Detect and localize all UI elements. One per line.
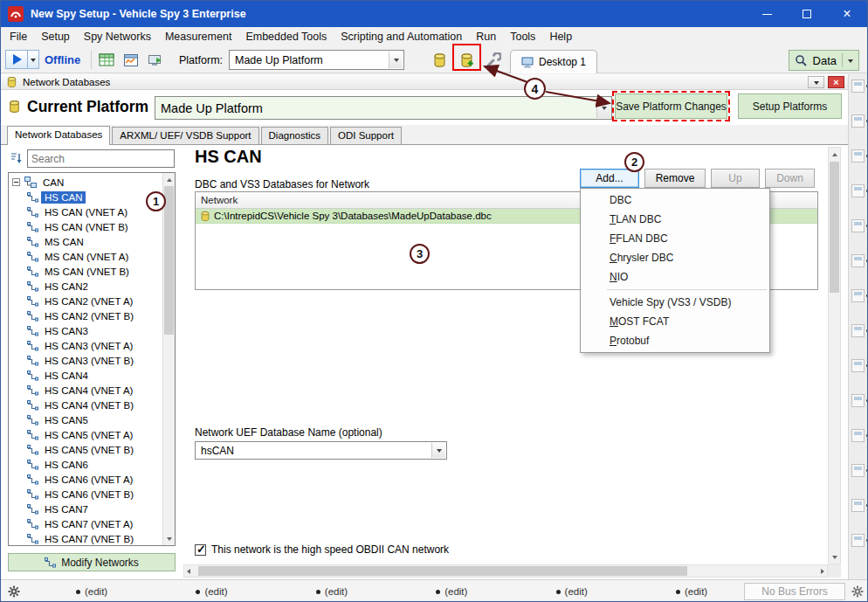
scroll-down-button[interactable] <box>829 551 840 564</box>
gear-icon[interactable] <box>851 585 864 601</box>
tree-item[interactable]: HS CAN (VNET B) <box>9 219 175 234</box>
tree-item[interactable]: HS CAN3 <box>9 323 175 338</box>
current-platform-combobox[interactable]: Made Up Platform <box>155 96 612 120</box>
tree-item[interactable]: HS CAN3 (VNET A) <box>9 338 175 353</box>
up-button[interactable]: Up <box>711 169 760 188</box>
checkbox-box[interactable] <box>195 544 206 556</box>
combobox-arrow-icon[interactable] <box>389 52 403 68</box>
add-menu-item-chrysler-dbc[interactable]: Chrysler DBC <box>581 248 769 267</box>
combobox-arrow-icon[interactable] <box>431 443 445 458</box>
tree-item[interactable]: HS CAN2 (VNET B) <box>9 308 175 323</box>
status-edit-slot[interactable]: (edit) <box>196 586 227 597</box>
down-button[interactable]: Down <box>765 169 815 188</box>
add-menu-item-tlan-dbc[interactable]: TLAN DBC <box>581 210 769 229</box>
modify-networks-button[interactable]: Modify Networks <box>8 553 176 571</box>
tree-item[interactable]: HS CAN2 (VNET A) <box>9 294 175 308</box>
add-menu-item-dbc[interactable]: DBC <box>581 190 769 210</box>
tree-scrollbar[interactable] <box>162 173 175 545</box>
tree-item[interactable]: HS CAN4 (VNET A) <box>9 383 175 398</box>
remove-button[interactable]: Remove <box>644 169 706 188</box>
tree-item[interactable]: HS CAN4 <box>9 368 175 383</box>
menu-item-help[interactable]: Help <box>542 28 579 45</box>
status-edit-slot[interactable]: (edit) <box>76 586 107 597</box>
add-menu-item-most-fcat[interactable]: MOST FCAT <box>581 312 769 331</box>
tab-odi-support[interactable]: ODI Support <box>330 127 402 144</box>
tree-item[interactable]: HS CAN6 <box>9 457 175 472</box>
setup-wrench-icon-button[interactable] <box>484 51 502 69</box>
panel-close-button[interactable]: × <box>828 76 844 88</box>
tree-item[interactable]: HS CAN6 (VNET B) <box>9 487 175 502</box>
tree-expander[interactable] <box>12 178 20 186</box>
scroll-right-button[interactable] <box>819 565 827 578</box>
tree-item[interactable]: HS CAN5 (VNET B) <box>9 442 175 457</box>
save-platform-changes-button[interactable]: Save Platform Changes <box>615 93 727 119</box>
tree-item[interactable]: HS CAN2 <box>9 279 175 294</box>
status-edit-slot[interactable]: (edit) <box>316 586 348 597</box>
maximize-button[interactable] <box>787 1 827 27</box>
tree-item[interactable]: HS CAN7 (VNET A) <box>9 516 175 531</box>
dock-panel-button[interactable] <box>851 359 865 372</box>
status-edit-slot[interactable]: (edit) <box>556 586 588 597</box>
dock-panel-button[interactable] <box>851 464 865 477</box>
scroll-down-button[interactable] <box>163 533 175 545</box>
menu-item-run[interactable]: Run <box>469 28 503 45</box>
horizontal-scrollbar[interactable] <box>183 564 828 578</box>
add-menu-item-vehicle-spy-vs3-vsdb[interactable]: Vehicle Spy (VS3 / VSDB) <box>581 293 769 312</box>
dock-panel-button[interactable] <box>851 289 865 302</box>
tab-network-databases[interactable]: Network Databases <box>7 126 110 145</box>
add-menu-item-fflan-dbc[interactable]: FFLAN DBC <box>581 229 769 248</box>
setup-platforms-button[interactable]: Setup Platforms <box>738 93 842 119</box>
messages-grid-icon-button[interactable] <box>97 51 115 69</box>
status-edit-slot[interactable]: (edit) <box>676 586 707 597</box>
sort-icon[interactable] <box>10 151 23 169</box>
scrollbar-thumb[interactable] <box>830 162 839 293</box>
database-icon-button[interactable] <box>431 51 449 69</box>
run-mode-dropdown[interactable] <box>28 50 39 69</box>
tree-item[interactable]: HS CAN7 <box>9 502 175 516</box>
dock-panel-button[interactable] <box>851 80 865 93</box>
search-input[interactable] <box>27 149 175 168</box>
vertical-scrollbar[interactable] <box>828 147 841 564</box>
menu-item-spy-networks[interactable]: Spy Networks <box>77 28 158 45</box>
uef-combobox[interactable]: hsCAN <box>195 441 447 460</box>
data-button[interactable]: Data <box>789 50 859 71</box>
combobox-arrow-icon[interactable] <box>596 98 610 118</box>
menu-item-file[interactable]: File <box>3 28 34 45</box>
menu-item-measurement[interactable]: Measurement <box>158 28 238 45</box>
status-edit-slot[interactable]: (edit) <box>436 586 467 597</box>
platform-combobox[interactable]: Made Up Platform <box>229 50 404 70</box>
dock-panel-button[interactable] <box>851 499 865 512</box>
panel-collapse-button[interactable] <box>808 76 824 88</box>
scrollbar-thumb[interactable] <box>198 566 687 576</box>
screens-icon-button[interactable] <box>146 51 164 69</box>
scrollbar-thumb[interactable] <box>164 186 174 335</box>
tree-item[interactable]: HS CAN6 (VNET A) <box>9 472 175 487</box>
offline-status[interactable]: Offline <box>45 53 80 66</box>
dock-panel-button[interactable] <box>851 394 865 407</box>
tab-arxml-uef-vsdb-support[interactable]: ARXML/ UEF/ VSDB Support <box>112 127 258 144</box>
tree-item[interactable]: MS CAN (VNET A) <box>9 249 175 264</box>
tab-diagnostics[interactable]: Diagnostics <box>261 127 328 144</box>
dock-panel-button[interactable] <box>851 219 865 232</box>
dock-panel-button[interactable] <box>851 184 865 197</box>
dock-panel-button[interactable] <box>851 429 865 442</box>
scroll-up-button[interactable] <box>163 173 175 185</box>
panels-icon-button[interactable] <box>121 51 140 69</box>
tree-item[interactable]: HS CAN3 (VNET B) <box>9 353 175 368</box>
close-button[interactable]: × <box>827 1 867 27</box>
run-play-button[interactable] <box>5 50 28 69</box>
scroll-up-button[interactable] <box>829 148 840 160</box>
tree-item[interactable]: HS CAN5 (VNET A) <box>9 427 175 442</box>
tree-item[interactable]: MS CAN (VNET B) <box>9 264 175 279</box>
scroll-left-button[interactable] <box>184 565 192 578</box>
save-platform-database-icon-button[interactable] <box>458 51 476 69</box>
minimize-button[interactable] <box>747 1 787 27</box>
chevron-down-icon[interactable] <box>848 59 853 66</box>
dock-panel-button[interactable] <box>851 114 865 128</box>
tree-item[interactable]: HS CAN5 <box>9 412 175 427</box>
tree-root-item[interactable]: CAN <box>9 175 175 190</box>
tree-item[interactable]: HS CAN4 (VNET B) <box>9 398 175 412</box>
add-menu-item-protobuf[interactable]: Protobuf <box>581 331 769 350</box>
dock-panel-button[interactable] <box>851 324 865 337</box>
menu-item-scripting-and-automation[interactable]: Scripting and Automation <box>334 28 469 45</box>
